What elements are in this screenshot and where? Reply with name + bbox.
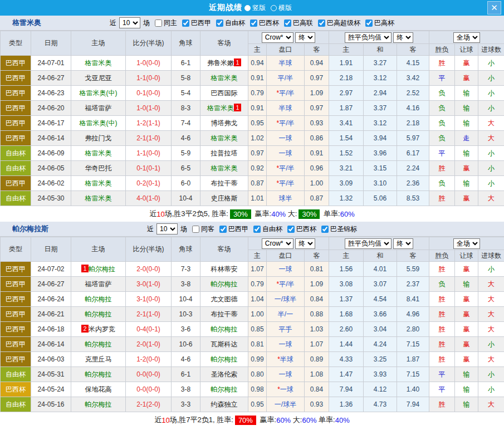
vertical-layout-label[interactable]: 竖版 [252,3,266,13]
ah-home-odds-cell: 1.01 [248,191,267,206]
handicap-result-cell: 赢 [455,337,478,352]
team-label: 帕尔梅拉 [211,280,238,288]
league-checkbox-label[interactable]: 巴西甲 [228,224,248,234]
avg-home-odds-cell: 3.08 [329,277,364,292]
league-checkbox-label[interactable]: 巴高杯 [374,18,394,28]
panel-title: 近期战绩 [209,3,242,13]
competition-cell: 巴西甲 [1,262,31,277]
corners-cell: 10-4 [172,292,200,307]
away-team-cell: 拉普拉塔 [200,146,248,161]
result-cell: 平 [429,71,455,86]
sub-column-header: 客 [397,250,429,262]
handicap-result-cell: 赢 [455,352,478,367]
date-cell: 24-06-20 [31,101,71,116]
league-checkbox-label[interactable]: 巴圣锦标 [330,224,357,234]
team-label: 格雷米奥 [207,104,234,112]
league-checkbox[interactable] [216,19,223,27]
odds-company-select[interactable]: Crow* [262,238,293,249]
avg-odds-select[interactable]: 胜平负均值 [345,32,392,43]
avg-draw-odds-cell: 3.66 [364,307,397,322]
competition-cell: 自由杯 [1,191,31,206]
league-checkbox-label[interactable]: 自由杯 [225,18,245,28]
league-checkbox[interactable] [284,19,291,27]
league-checkbox[interactable] [321,226,329,233]
games-count-select[interactable]: 10 [156,223,178,234]
match-row: 巴西甲24-06-27戈亚尼亚1-1(0-0)5-8格雷米奥0.91平/半0.9… [1,71,504,86]
goals-result-cell: 小 [478,382,504,397]
early-odds-star: * [276,119,279,127]
avg-draw-odds-cell: 3.10 [364,176,397,191]
avg-odds-select[interactable]: 胜平负均值 [345,238,392,249]
close-icon[interactable]: ✕ [487,1,501,14]
home-team-cell: 福塔雷萨 [71,277,126,292]
filter-bar: 近10场同客巴西甲自由杯巴西杯巴圣锦标 [147,223,357,234]
odds-company-group: Crow* 终 [248,31,329,44]
score-cell: 4-0(1-0) [126,191,172,206]
same-venue-checkbox[interactable] [155,19,162,27]
corners-cell: 6-1 [172,56,200,71]
avg-time-select[interactable]: 终 [393,32,413,43]
league-checkbox-label[interactable]: 巴高超级杯 [327,18,360,28]
league-checkbox-label[interactable]: 巴高联 [293,18,313,28]
score-cell: 0-1(0-1) [126,161,172,176]
horizontal-layout-radio[interactable] [271,5,277,11]
ah-away-odds-cell: 0.97 [305,71,329,86]
league-checkbox-label[interactable]: 巴西杯 [259,18,279,28]
avg-draw-odds-cell: 5.06 [364,191,397,206]
score-cell: 2-0(0-0) [126,262,172,277]
column-header: 比分(半场) [126,31,172,56]
odds-company-select[interactable]: Crow* [262,32,293,43]
avg-time-select[interactable]: 终 [393,238,413,249]
match-row: 巴西甲24-06-03克里丘马1-2(0-0)4-6帕尔梅拉0.99*半球0.8… [1,352,504,367]
league-checkbox[interactable] [365,19,373,27]
filter-suffix-label: 场 [180,224,187,234]
summary-text: 40% [271,210,286,218]
avg-away-odds-cell: 7.94 [397,397,429,412]
league-checkbox-label[interactable]: 巴西杯 [296,224,316,234]
date-cell: 24-06-27 [31,71,71,86]
same-venue-label[interactable]: 同主 [164,18,177,28]
scope-select[interactable]: 全场 [453,238,480,249]
ah-line-cell: *平/半 [267,176,305,191]
vertical-layout-radio[interactable] [244,5,251,11]
league-checkbox[interactable] [219,226,227,233]
league-checkbox[interactable] [287,226,295,233]
horizontal-layout-label[interactable]: 横版 [278,3,292,13]
odds-time-select[interactable]: 终 [295,32,315,43]
league-checkbox-label[interactable]: 自由杯 [262,224,282,234]
ah-line-cell: 一球 [267,367,305,382]
league-checkbox-label[interactable]: 巴西甲 [191,18,211,28]
league-checkbox[interactable] [318,19,325,27]
ah-line-cell: *平/半 [267,161,305,176]
league-checkbox[interactable] [250,19,257,27]
scope-select[interactable]: 全场 [453,32,480,43]
matches-table: 类型日期主场比分(半场)角球客场Crow* 终胜平负均值 终全场主盘口客主和客胜… [0,31,504,206]
ah-away-odds-cell: 0.88 [305,307,329,322]
avg-away-odds-cell: 2.18 [397,116,429,131]
same-venue-checkbox[interactable] [192,226,199,233]
ah-away-odds-cell: 1.09 [305,277,329,292]
team-name: 格雷米奥 [12,18,41,28]
result-cell: 负 [429,86,455,101]
avg-home-odds-cell: 1.52 [329,146,364,161]
games-count-select[interactable]: 10 [119,17,140,28]
avg-away-odds-cell: 2.37 [397,277,429,292]
avg-away-odds-cell: 2.36 [397,176,429,191]
match-row: 巴西甲24-06-20福塔雷萨1-0(1-0)8-3格雷米奥10.91半球0.9… [1,101,504,116]
early-odds-star: * [277,385,280,393]
handicap-result-cell: 赢 [455,307,478,322]
odds-time-select[interactable]: 终 [295,238,315,249]
competition-cell: 巴西甲 [1,86,31,101]
column-header: 角球 [172,31,200,56]
avg-home-odds-cell: 2.97 [329,86,364,101]
column-header: 主场 [71,237,126,262]
league-checkbox[interactable] [182,19,189,27]
avg-away-odds-cell: 3.42 [397,71,429,86]
league-checkbox[interactable] [253,226,261,233]
goals-result-cell: 大 [478,307,504,322]
match-row: 自由杯24-05-30格雷米奥4-0(1-0)10-4史庄格斯1.01球半0.8… [1,191,504,206]
team-label: 格雷米奥 [211,164,238,172]
early-odds-star: * [276,164,279,172]
same-venue-label[interactable]: 同客 [201,224,214,234]
home-team-cell: 格雷米奥 [71,56,126,71]
